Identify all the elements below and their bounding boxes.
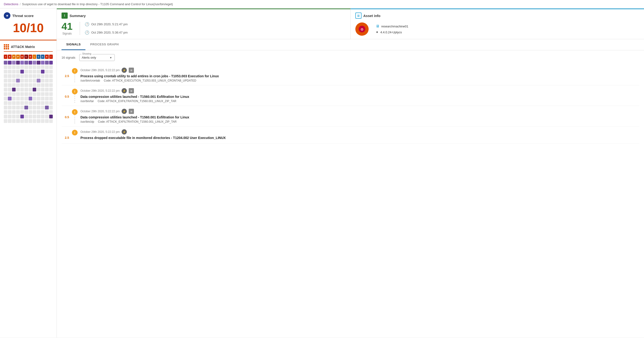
attck-cell: [16, 115, 20, 118]
signals-panel: 16 signals Showing Alerts only ▼ 2.5 ! O…: [57, 50, 644, 338]
asset-version: 4.4.0.24-Uptycs: [380, 30, 402, 34]
attck-cell: [41, 92, 44, 96]
attck-cell: [41, 88, 44, 91]
attck-cell: [49, 97, 53, 100]
asset-details: 🖥 researchmachine01 ✦ 4.4.0.24-Uptycs: [376, 24, 408, 34]
attck-cell: [12, 70, 16, 73]
signal-time: October 29th 2020, 5:22:22 pm: [80, 89, 120, 92]
signal-title: Data compression utilities launched - T1…: [80, 95, 639, 99]
signals-count: 41: [62, 21, 73, 31]
attck-cell: [8, 70, 11, 73]
signal-item: 2.5 ! October 29th 2020, 5:22:22 pm ⚡ Pr…: [62, 126, 639, 144]
attck-cell: [4, 101, 7, 105]
attck-cell: [16, 106, 20, 109]
signal-content: October 29th 2020, 5:22:22 pm ⚡ ⊞ Proces…: [80, 68, 639, 82]
time-start: Oct 29th 2020, 5:21:47 pm: [91, 22, 128, 26]
attck-cell: [37, 106, 40, 109]
attck-cell: [45, 119, 48, 123]
attck-cell: [12, 97, 16, 100]
signal-meta: October 29th 2020, 5:22:22 pm ⚡ ⊞: [80, 68, 639, 73]
signal-action-icon[interactable]: ⚡: [122, 129, 127, 134]
attck-cell: [41, 79, 44, 82]
attck-cell: [16, 92, 20, 96]
attck-cell: [33, 79, 36, 82]
star-icon: ★: [4, 12, 10, 19]
attck-cell: [20, 65, 24, 69]
attck-cell: [29, 101, 32, 105]
attck-cell: [24, 65, 28, 69]
attck-cell: [4, 115, 7, 118]
attck-cell: [49, 92, 53, 96]
attck-cell: [37, 101, 40, 105]
attck-cell: [33, 88, 36, 91]
top-cards: ! Summary 41 Signals 🕐 Oct 29th 2020, 5:…: [57, 8, 644, 39]
attck-cell: [41, 106, 44, 109]
attck-cell: [29, 74, 32, 78]
attck-cell: [16, 119, 20, 123]
attck-cell: [12, 115, 16, 118]
breadcrumb-link[interactable]: Detections: [4, 2, 18, 6]
signal-content: October 29th 2020, 5:22:22 pm ⚡ Process …: [80, 129, 639, 141]
signal-meta: October 29th 2020, 5:22:22 pm ⚡ ⊞: [80, 109, 639, 114]
attck-cell: [8, 88, 11, 91]
attck-cell: [49, 115, 53, 118]
signal-meta: October 29th 2020, 5:22:22 pm ⚡ ⊞: [80, 88, 639, 93]
attck-matrix-row: [4, 106, 53, 109]
attck-cell: [8, 65, 11, 69]
attck-cell: [24, 83, 28, 87]
asset-hostname: researchmachine01: [382, 24, 408, 28]
attck-cell: [33, 70, 36, 73]
attck-cell: [29, 106, 32, 109]
signal-alert-icon: !: [72, 109, 78, 115]
attck-cell: [4, 70, 7, 73]
attck-cell: [29, 61, 32, 64]
signals-count-label: 16 signals: [62, 56, 76, 59]
signal-timeline: !: [72, 88, 78, 103]
attck-cell: [20, 115, 24, 118]
attck-cell: [16, 65, 20, 69]
signal-action-icon[interactable]: ⚡: [122, 88, 127, 93]
attck-cell: [20, 101, 24, 105]
attck-matrix-row: [4, 92, 53, 96]
attck-cell: [29, 83, 32, 87]
signal-action-icon[interactable]: ⚡: [122, 109, 127, 114]
attck-cell: [49, 101, 53, 105]
tab-signals[interactable]: SIGNALS: [62, 39, 86, 50]
attck-cell: [49, 119, 53, 123]
signal-connector-line: [74, 74, 75, 82]
attck-cell: [49, 110, 53, 114]
attck-cell: [33, 106, 36, 109]
attck-cell: [45, 74, 48, 78]
signal-detail: /usr/bin/crontab Code: ATTACK_EXECUTION_…: [80, 79, 639, 82]
signal-grid-icon[interactable]: ⊞: [129, 88, 134, 93]
attck-cell: [49, 65, 53, 69]
attck-cell: [20, 70, 24, 73]
attck-cell: [29, 110, 32, 114]
attck-cell: [12, 83, 16, 87]
attck-cell: [16, 74, 20, 78]
signal-alert-icon: !: [72, 89, 78, 94]
attck-cell: [37, 115, 40, 118]
signal-alert-icon: !: [72, 68, 78, 74]
showing-select[interactable]: Showing Alerts only ▼: [79, 54, 115, 61]
attck-cell: [8, 101, 11, 105]
signal-action-icon[interactable]: ⚡: [122, 68, 127, 73]
attck-cell: [45, 88, 48, 91]
attck-cell: [20, 83, 24, 87]
summary-icon: !: [62, 12, 68, 19]
attck-cell: [49, 61, 53, 64]
attck-cell: [4, 88, 7, 91]
tab-process-graph[interactable]: PROCESS GRAPH: [86, 39, 124, 50]
attck-cell: [37, 74, 40, 78]
attck-matrix-row: [4, 70, 53, 73]
attck-cell: [41, 119, 44, 123]
attck-cell: [20, 106, 24, 109]
attck-cell: [45, 101, 48, 105]
signal-grid-icon[interactable]: ⊞: [129, 109, 134, 114]
attck-matrix-row: [4, 65, 53, 69]
attck-matrix-row: [4, 119, 53, 123]
attck-cell: [45, 110, 48, 114]
attck-cell: [37, 119, 40, 123]
signal-grid-icon[interactable]: ⊞: [129, 68, 134, 73]
attck-cell: [4, 61, 7, 64]
